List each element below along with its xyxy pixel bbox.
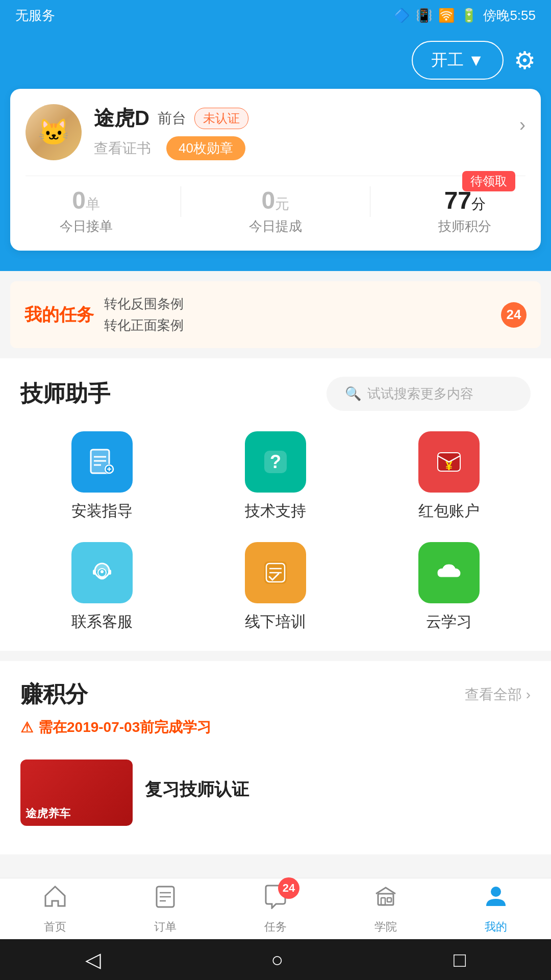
customer-service-label: 联系客服 xyxy=(71,611,133,632)
svg-point-18 xyxy=(101,570,104,573)
icon-red-envelope[interactable]: ¥ 红包账户 xyxy=(367,431,531,522)
status-bar: 无服务 🔷 📳 🛜 🔋 傍晚5:55 xyxy=(0,0,551,31)
user-name: 途虎D xyxy=(94,104,149,132)
medals-badge: 40枚勋章 xyxy=(166,136,245,160)
nav-tasks-label: 任务 xyxy=(264,919,287,935)
icon-cloud-learning[interactable]: 云学习 xyxy=(367,542,531,632)
svg-rect-29 xyxy=(387,898,391,902)
profile-stats: 待领取 0单 今日接单 0元 今日提成 7 xyxy=(26,176,525,235)
settings-button[interactable]: ⚙ xyxy=(514,46,536,75)
nav-home-label: 首页 xyxy=(44,919,66,935)
user-role: 前台 xyxy=(158,109,186,128)
pending-badge: 待领取 xyxy=(462,171,515,191)
course-card[interactable]: 途虎养车 复习技师认证 xyxy=(20,749,531,836)
svg-rect-15 xyxy=(93,570,96,575)
stat-orders: 0单 今日接单 xyxy=(60,186,113,235)
system-navigation: ◁ ○ □ xyxy=(0,939,551,980)
dropdown-icon: ▼ xyxy=(468,51,484,70)
no-service-label: 无服务 xyxy=(15,7,55,24)
warning-icon: ⚠ xyxy=(20,719,33,736)
avatar: 🐱 xyxy=(26,104,82,160)
svg-text:¥: ¥ xyxy=(445,459,453,473)
icon-customer-service[interactable]: 联系客服 xyxy=(20,542,184,632)
icon-offline-training[interactable]: 线下培训 xyxy=(194,542,357,632)
stat-orders-number: 0单 xyxy=(60,186,113,214)
stat-earnings-label: 今日提成 xyxy=(249,217,302,235)
bottom-navigation: 首页 订单 24 任务 xyxy=(0,878,551,939)
assistant-header: 技师助手 🔍 试试搜索更多内容 xyxy=(20,377,531,411)
time-display: 傍晚5:55 xyxy=(483,7,536,24)
red-envelope-icon-box: ¥ xyxy=(418,431,480,493)
offline-training-label: 线下培训 xyxy=(245,611,306,632)
home-button[interactable]: ○ xyxy=(271,948,283,971)
icon-tech-support[interactable]: ? 技术支持 xyxy=(194,431,357,522)
cloud-learning-label: 云学习 xyxy=(426,611,472,632)
assistant-icon-grid: 安装指导 ? 技术支持 ¥ xyxy=(20,431,531,632)
nav-academy-label: 学院 xyxy=(374,919,397,935)
offline-training-icon-box xyxy=(245,542,306,603)
svg-point-30 xyxy=(491,887,501,897)
nav-home[interactable]: 首页 xyxy=(0,884,110,935)
home-icon xyxy=(42,884,68,915)
task-line-1: 转化反围条例 xyxy=(104,293,491,315)
red-envelope-label: 红包账户 xyxy=(418,501,480,522)
task-content: 转化反围条例 转化正面案例 xyxy=(104,293,491,336)
tech-support-icon-box: ? xyxy=(245,431,306,493)
cert-medals-row: 查看证书 40枚勋章 xyxy=(94,136,525,160)
cert-status-badge: 未认证 xyxy=(194,108,248,129)
tech-support-label: 技术支持 xyxy=(245,501,306,522)
nav-mine[interactable]: 我的 xyxy=(441,884,551,935)
icon-install-guide[interactable]: 安装指导 xyxy=(20,431,184,522)
svg-rect-16 xyxy=(108,570,111,575)
stat-divider-2 xyxy=(370,186,370,217)
svg-text:?: ? xyxy=(270,451,281,472)
battery-icon: 🔋 xyxy=(461,8,477,23)
search-placeholder: 试试搜索更多内容 xyxy=(367,385,473,403)
vibrate-icon: 📳 xyxy=(416,8,432,23)
view-all-button[interactable]: 查看全部 › xyxy=(465,685,531,704)
earn-header: 赚积分 查看全部 › xyxy=(20,679,531,709)
deadline-text: 需在2019-07-03前完成学习 xyxy=(38,718,211,737)
profile-chevron-icon[interactable]: › xyxy=(519,114,525,136)
academy-icon xyxy=(373,884,398,915)
assistant-section: 技师助手 🔍 试试搜索更多内容 xyxy=(0,358,551,651)
orders-icon xyxy=(153,884,178,915)
profile-card: 🐱 途虎D 前台 未认证 查看证书 40枚勋章 › 待领取 xyxy=(10,89,541,251)
course-thumb-text: 途虎养车 xyxy=(26,806,70,821)
task-banner[interactable]: 我的任务 转化反围条例 转化正面案例 24 xyxy=(10,281,541,348)
nav-orders[interactable]: 订单 xyxy=(110,884,220,935)
app-header: 开工 ▼ ⚙ xyxy=(0,31,551,95)
cloud-learning-icon-box xyxy=(418,542,480,603)
stat-earnings: 0元 今日提成 xyxy=(249,186,302,235)
deadline-notice: ⚠ 需在2019-07-03前完成学习 xyxy=(20,718,531,737)
task-line-2: 转化正面案例 xyxy=(104,315,491,336)
wifi-icon: 🛜 xyxy=(438,8,455,23)
tasks-badge: 24 xyxy=(278,877,299,899)
search-box[interactable]: 🔍 试试搜索更多内容 xyxy=(327,377,531,411)
kaigong-button[interactable]: 开工 ▼ xyxy=(412,41,504,80)
recent-button[interactable]: □ xyxy=(454,948,466,971)
customer-service-icon-box xyxy=(71,542,133,603)
task-count-badge: 24 xyxy=(501,302,527,328)
back-button[interactable]: ◁ xyxy=(85,948,101,971)
view-all-chevron: › xyxy=(526,687,531,703)
course-info: 复习技师认证 xyxy=(145,778,531,807)
nav-tasks[interactable]: 24 任务 xyxy=(220,884,331,935)
earn-section: 赚积分 查看全部 › ⚠ 需在2019-07-03前完成学习 途虎养车 复习技师… xyxy=(0,661,551,854)
course-title: 复习技师认证 xyxy=(145,778,531,801)
nav-academy[interactable]: 学院 xyxy=(331,884,441,935)
assistant-title: 技师助手 xyxy=(20,379,110,409)
search-icon: 🔍 xyxy=(345,386,361,402)
view-cert-link[interactable]: 查看证书 xyxy=(94,139,151,158)
stat-points: 77分 技师积分 xyxy=(438,186,491,235)
status-icons: 🔷 📳 🛜 🔋 傍晚5:55 xyxy=(393,7,536,24)
nav-orders-label: 订单 xyxy=(154,919,177,935)
nav-mine-label: 我的 xyxy=(485,919,507,935)
course-thumbnail: 途虎养车 xyxy=(20,760,133,826)
install-guide-icon-box xyxy=(71,431,133,493)
task-label: 我的任务 xyxy=(24,303,94,327)
stat-points-label: 技师积分 xyxy=(438,217,491,235)
profile-info: 途虎D 前台 未认证 查看证书 40枚勋章 xyxy=(94,104,525,160)
stat-divider-1 xyxy=(181,186,181,217)
profile-top-row: 🐱 途虎D 前台 未认证 查看证书 40枚勋章 › xyxy=(26,104,525,160)
